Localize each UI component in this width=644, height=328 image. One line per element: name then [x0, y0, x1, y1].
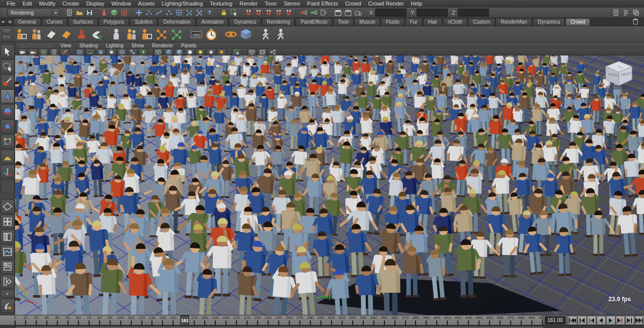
- scale-tool[interactable]: [1, 119, 15, 134]
- tool-settings-toggle-icon[interactable]: [621, 8, 630, 17]
- crowd-pair-icon[interactable]: [29, 27, 43, 41]
- select-hierarchy-icon[interactable]: [100, 8, 109, 17]
- menu-paint-effects[interactable]: Paint Effects: [303, 1, 342, 7]
- shelf-tab-surfaces[interactable]: Surfaces: [68, 18, 98, 26]
- shadows-mode-icon[interactable]: [117, 48, 127, 55]
- shelf-menu-icon[interactable]: [8, 20, 13, 25]
- menu-texturing[interactable]: Texturing: [206, 1, 236, 7]
- render-frame-icon[interactable]: [334, 8, 343, 17]
- play-backwards-button[interactable]: [597, 316, 606, 325]
- shelf-tab-renderman[interactable]: RenderMan: [496, 18, 532, 26]
- mask-rendering-icon[interactable]: [195, 8, 204, 17]
- viewport[interactable]: persp 23.9 fps y x z FRONT RIGHT TOP: [15, 55, 644, 315]
- terrain-plane-icon[interactable]: [59, 27, 73, 41]
- rotate-tool[interactable]: [1, 104, 15, 118]
- menu-stereo[interactable]: Stereo: [280, 1, 303, 7]
- shaded-mode-icon[interactable]: 080: [86, 48, 95, 55]
- current-time-field[interactable]: 161.00: [545, 316, 566, 324]
- camera-attributes-icon[interactable]: [39, 48, 48, 55]
- character-silver-icon[interactable]: [109, 27, 123, 41]
- shelf-tab-hair[interactable]: Hair: [423, 18, 442, 26]
- panel-menu-shading[interactable]: Shading: [75, 43, 102, 48]
- character-group-icon[interactable]: [124, 27, 138, 41]
- behavior-network-icon[interactable]: [154, 27, 169, 41]
- viewport-canvas[interactable]: [15, 55, 644, 315]
- camera-select-icon[interactable]: [18, 48, 27, 55]
- wireframe-mode-icon[interactable]: [75, 48, 85, 55]
- universal-manipulator-tool[interactable]: [1, 135, 15, 149]
- panel-menu-view[interactable]: View: [56, 43, 75, 48]
- mask-dynamics-icon[interactable]: [185, 8, 194, 17]
- layout-hypergraph[interactable]: [1, 260, 15, 274]
- frame-gate-icon[interactable]: [258, 48, 267, 55]
- menu-render[interactable]: Render: [236, 1, 261, 7]
- shelf-tab-polygons[interactable]: Polygons: [99, 18, 129, 26]
- paint-placement-icon[interactable]: [74, 27, 89, 41]
- paint-select-tool[interactable]: [1, 75, 15, 89]
- layout-four-pane[interactable]: [1, 215, 15, 229]
- plain-cube-icon[interactable]: [247, 48, 257, 55]
- image-plane-icon[interactable]: [60, 48, 69, 55]
- shelf-tab-animation[interactable]: Animation: [196, 18, 228, 26]
- walk-sim-icon[interactable]: [259, 27, 273, 41]
- shelf-tab-crowd[interactable]: Crowd: [566, 18, 590, 26]
- layout-dropdown[interactable]: ▼: [1, 290, 15, 298]
- select-tool[interactable]: [1, 44, 15, 58]
- layout-persp-outliner[interactable]: [1, 275, 15, 289]
- select-component-icon[interactable]: [120, 8, 129, 17]
- menu-set-dropdown[interactable]: Rendering ▼: [7, 8, 60, 17]
- move-tool[interactable]: [1, 89, 15, 103]
- default-material-cube-icon[interactable]: [153, 48, 163, 55]
- layout-pane-outliner[interactable]: [1, 230, 15, 244]
- crowd-agent-icon[interactable]: [14, 27, 28, 41]
- shelf-collapse-button[interactable]: [2, 28, 11, 34]
- mask-deformations-icon[interactable]: [175, 8, 184, 17]
- z-field[interactable]: [458, 9, 489, 17]
- menu-crowd-render[interactable]: Crowd Render: [365, 1, 408, 7]
- step-forward-key-button[interactable]: [625, 316, 634, 325]
- frame-counter-icon[interactable]: 080: [189, 27, 203, 41]
- panel-menu-show[interactable]: Show: [127, 43, 148, 48]
- new-scene-icon[interactable]: [65, 8, 74, 17]
- mask-curves-icon[interactable]: [154, 8, 164, 17]
- current-frame-marker[interactable]: 161: [180, 315, 189, 325]
- scatter-icon[interactable]: [90, 27, 104, 41]
- snap-view-icon[interactable]: [274, 8, 283, 17]
- shelf-tab-toon[interactable]: Toon: [333, 18, 354, 26]
- shelf-tab-dynamics[interactable]: Dynamics: [229, 18, 261, 26]
- textured-mode-icon[interactable]: [96, 48, 106, 55]
- step-back-frame-button[interactable]: [587, 316, 596, 325]
- shelf-tab-deformation[interactable]: Deformation: [158, 18, 195, 26]
- play-forwards-button[interactable]: [606, 316, 615, 325]
- step-forward-frame-button[interactable]: [616, 316, 625, 325]
- input-connections-icon[interactable]: [299, 8, 308, 17]
- menu-assets[interactable]: Assets: [134, 1, 158, 7]
- terrain-sheet-icon[interactable]: [44, 27, 58, 41]
- mask-surfaces-icon[interactable]: [165, 8, 174, 17]
- isolate-select-icon[interactable]: [232, 48, 242, 55]
- shelf-tab-ncloth[interactable]: nCloth: [443, 18, 467, 26]
- shelf-tab-general[interactable]: General: [13, 18, 41, 26]
- menu-create[interactable]: Create: [59, 1, 83, 7]
- shelf-tab-painteffects[interactable]: PaintEffects: [295, 18, 332, 26]
- textured-cube-icon[interactable]: [175, 48, 184, 55]
- shelf-expand-button[interactable]: [2, 35, 11, 40]
- status-line-grip[interactable]: [3, 9, 6, 17]
- mask-points-icon[interactable]: [144, 8, 153, 17]
- mask-misc-icon[interactable]: ?: [205, 8, 214, 17]
- soft-modification-tool[interactable]: [1, 150, 15, 164]
- attribute-editor-toggle-icon[interactable]: [611, 8, 620, 17]
- ipr-render-icon[interactable]: [344, 8, 353, 17]
- snap-curve-icon[interactable]: [254, 8, 263, 17]
- snap-grid-icon[interactable]: [244, 8, 253, 17]
- shelf-tab-subdivs[interactable]: Subdivs: [130, 18, 158, 26]
- light-gray-icon[interactable]: [206, 48, 216, 55]
- volume-cube-icon[interactable]: [239, 27, 253, 41]
- stopwatch-icon[interactable]: [204, 27, 218, 41]
- output-connections-icon[interactable]: [309, 8, 318, 17]
- shaded-cube-icon[interactable]: [164, 48, 174, 55]
- panel-grip[interactable]: [18, 43, 53, 48]
- menu-toon[interactable]: Toon: [261, 1, 280, 7]
- checker-sphere-icon[interactable]: [185, 48, 195, 55]
- menu-window[interactable]: Window: [108, 1, 134, 7]
